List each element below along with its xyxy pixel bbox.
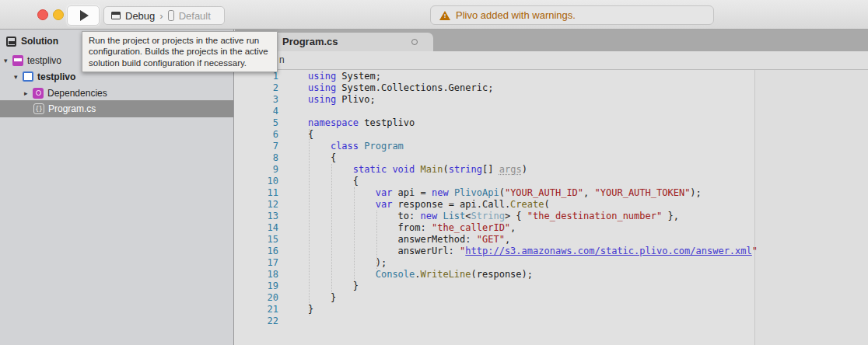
code-token-pl: ) (522, 164, 527, 175)
code-line[interactable]: class Program (308, 141, 758, 152)
close-window-button[interactable] (37, 9, 48, 20)
status-bar[interactable]: ! Plivo added with warnings. (430, 5, 714, 25)
code-line[interactable]: using Plivo; (308, 94, 758, 106)
line-number: 16 (235, 246, 278, 257)
code-token-ur: http://s3.amazonaws.com/static.plivo.com… (465, 246, 751, 256)
line-number: 21 (235, 304, 278, 315)
code-line[interactable]: { (308, 129, 758, 141)
code-token-pl (308, 187, 376, 198)
code-token-st: "the_destination_number" (527, 211, 662, 221)
code-token-pl: { (308, 152, 336, 163)
run-button[interactable] (67, 5, 100, 26)
code-token-pl: , (505, 234, 510, 245)
line-number: 17 (235, 257, 278, 269)
code-token-pl (415, 164, 420, 175)
code-token-st: "the_callerID" (432, 222, 510, 233)
code-token-pl (449, 187, 454, 198)
code-token-kw: void (392, 164, 415, 175)
toolbar: Debug › Default ! Plivo added with warni… (0, 0, 868, 30)
code-token-pl: [] (482, 164, 499, 175)
code-line[interactable]: namespace testplivo (308, 117, 758, 129)
code-line[interactable]: { (308, 176, 758, 187)
code-token-pl: ( (443, 164, 448, 175)
code-token-pl (308, 141, 331, 152)
line-number: 8 (235, 152, 278, 164)
sidebar-item-label: Program.cs (48, 103, 96, 114)
configuration-icon (111, 12, 121, 19)
code-token-pl (308, 164, 353, 175)
code-line[interactable] (308, 315, 758, 327)
code-line[interactable]: Console.WriteLine(response); (308, 269, 758, 281)
code-line[interactable]: from: "the_callerID", (308, 222, 758, 234)
code-token-pl: { (308, 176, 359, 186)
device-label: Default (179, 10, 211, 22)
code-token-pl: System; (336, 71, 381, 82)
device-icon (168, 10, 174, 21)
code-token-pl: ( (544, 199, 549, 210)
code-token-pl: answerMethod: (308, 234, 477, 245)
code-token-kw: var (376, 187, 393, 198)
line-number: 2 (235, 82, 278, 94)
chevron-down-icon[interactable]: ▾ (4, 57, 12, 64)
code-token-kw: using (308, 71, 336, 82)
code-line[interactable]: } (308, 292, 758, 304)
code-token-pl: response = api.Call. (392, 199, 510, 210)
line-number: 19 (235, 281, 278, 292)
line-number: 15 (235, 234, 278, 246)
code-lines[interactable]: using System;using System.Collections.Ge… (308, 71, 758, 327)
code-token-pl: (response); (471, 269, 533, 280)
code-token-pl: ); (308, 257, 387, 268)
sidebar-item-program-cs[interactable]: {} Program.cs (0, 100, 233, 117)
code-token-pl: from: (308, 222, 432, 233)
line-number: 6 (235, 129, 278, 141)
code-token-st: "YOUR_AUTH_TOKEN" (595, 187, 691, 198)
code-token-pl: . (415, 269, 420, 280)
code-token-pl: System.Collections.Generic; (336, 82, 493, 93)
chevron-down-icon[interactable]: ▾ (14, 73, 23, 81)
code-token-pl: }, (662, 211, 679, 221)
code-line[interactable]: using System; (308, 71, 758, 82)
code-token-ty: List (443, 211, 465, 221)
solution-pad-header[interactable]: Solution (6, 36, 58, 47)
code-token-me: WriteLine (421, 269, 471, 280)
sidebar-item-dependencies[interactable]: ▸ Dependencies (0, 85, 233, 101)
chevron-right-icon[interactable]: ▸ (24, 89, 33, 97)
code-line[interactable]: var response = api.Call.Create( (308, 199, 758, 211)
code-token-pl: < (465, 211, 471, 221)
run-configuration-selector[interactable]: Debug › Default (103, 6, 225, 25)
code-token-pl (308, 269, 376, 280)
line-number: 7 (235, 141, 278, 152)
line-number: 10 (235, 176, 278, 187)
code-token-pl: { (308, 129, 313, 140)
code-editor[interactable]: 12345678910111213141516171819202122 usin… (235, 70, 868, 345)
tab-label: Program.cs (282, 33, 338, 51)
code-line[interactable]: answerUrl: "http://s3.amazonaws.com/stat… (308, 246, 758, 257)
minimize-window-button[interactable] (53, 9, 64, 20)
code-token-ty2: String (471, 211, 505, 221)
code-line[interactable]: } (308, 281, 758, 292)
code-line[interactable]: static void Main(string[] args) (308, 164, 758, 176)
solution-pad-title: Solution (21, 36, 58, 47)
line-number: 12 (235, 199, 278, 211)
code-token-kw: new (421, 211, 438, 221)
code-line[interactable]: } (308, 304, 758, 315)
code-token-st: "YOUR_AUTH_ID" (505, 187, 583, 198)
code-line[interactable]: to: new List<String> { "the_destination_… (308, 211, 758, 222)
code-token-kw: new (432, 187, 449, 198)
code-token-kw: namespace (308, 117, 359, 128)
code-token-pl: } (308, 304, 313, 315)
solution-icon (12, 55, 23, 66)
breadcrumb[interactable]: n (235, 51, 868, 70)
modified-indicator-icon[interactable] (411, 39, 418, 45)
code-line[interactable]: using System.Collections.Generic; (308, 82, 758, 94)
code-line[interactable]: { (308, 152, 758, 164)
code-line[interactable]: answerMethod: "GET", (308, 234, 758, 246)
code-line[interactable]: var api = new PlivoApi("YOUR_AUTH_ID", "… (308, 187, 758, 199)
status-message: Plivo added with warnings. (456, 9, 576, 21)
line-number: 4 (235, 106, 278, 117)
code-token-kw: class (331, 141, 359, 152)
code-token-kw: using (308, 94, 336, 105)
code-token-pl: testplivo (359, 117, 415, 128)
code-line[interactable] (308, 106, 758, 117)
code-line[interactable]: ); (308, 257, 758, 269)
